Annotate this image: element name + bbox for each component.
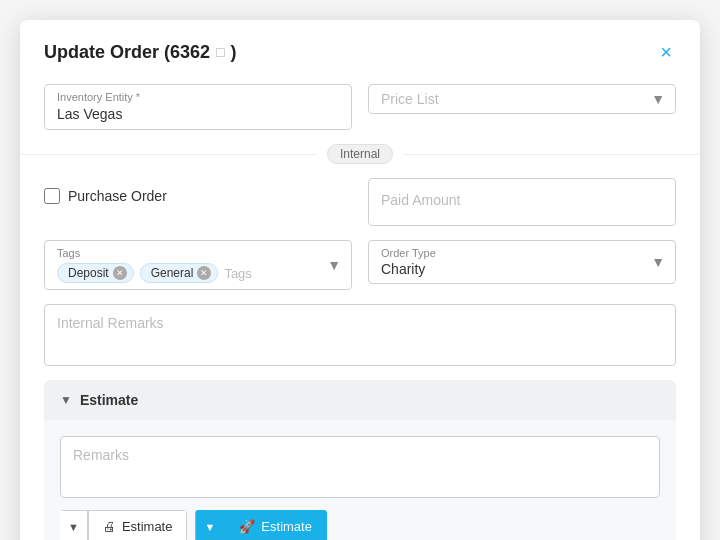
order-type-select[interactable]: Order Type Charity ▼ [368, 240, 676, 284]
tag-general-label: General [151, 266, 194, 280]
tag-deposit-remove[interactable]: ✕ [113, 266, 127, 280]
tags-label: Tags [57, 247, 315, 259]
remarks-wrapper[interactable] [60, 436, 660, 498]
estimate-blue-dropdown[interactable]: ▼ [195, 510, 224, 540]
paid-amount-field[interactable]: Paid Amount [368, 178, 676, 226]
inventory-entity-input[interactable] [57, 106, 339, 122]
purchase-order-checkbox[interactable] [44, 188, 60, 204]
estimate-header[interactable]: ▼ Estimate [44, 380, 676, 420]
purchase-order-label: Purchase Order [68, 188, 167, 204]
order-type-label: Order Type [381, 247, 639, 259]
col-paid-amount: Paid Amount [368, 178, 676, 226]
tags-field[interactable]: Tags Deposit ✕ General ✕ Tags ▼ [44, 240, 352, 290]
print-icon: 🖨 [103, 519, 116, 534]
estimate-chevron-icon: ▼ [60, 393, 72, 407]
col-pricelist: Price List ▼ [368, 84, 676, 130]
row-tags-ordertype: Tags Deposit ✕ General ✕ Tags ▼ Order Ty [44, 240, 676, 290]
tag-chip-general: General ✕ [140, 263, 219, 283]
col-order-type: Order Type Charity ▼ [368, 240, 676, 290]
title-suffix: ) [231, 42, 237, 63]
paid-amount-placeholder: Paid Amount [381, 192, 460, 208]
tags-inner: Deposit ✕ General ✕ Tags [57, 263, 315, 283]
internal-remarks-wrapper[interactable] [44, 304, 676, 366]
rocket-icon: 🚀 [239, 519, 255, 534]
estimate-blue-group: ▼ 🚀 Estimate [195, 510, 326, 540]
estimate-section: ▼ Estimate ▼ 🖨 Estimate ▼ [44, 380, 676, 540]
col-inventory: Inventory Entity * [44, 84, 352, 130]
estimate-white-group: ▼ 🖨 Estimate [60, 510, 187, 540]
tags-chevron-icon: ▼ [327, 257, 341, 273]
price-list-placeholder: Price List [381, 91, 639, 107]
estimate-blue-label: Estimate [261, 519, 312, 534]
estimate-blue-button[interactable]: 🚀 Estimate [224, 510, 327, 540]
inventory-entity-label: Inventory Entity * [57, 91, 339, 103]
purchase-order-row: Purchase Order [44, 178, 352, 214]
col-tags: Tags Deposit ✕ General ✕ Tags ▼ [44, 240, 352, 290]
tag-deposit-label: Deposit [68, 266, 109, 280]
row-po-paid: Purchase Order Paid Amount [44, 178, 676, 226]
estimate-white-button[interactable]: 🖨 Estimate [88, 510, 188, 540]
update-order-modal: Update Order (6362 □ ) × Inventory Entit… [20, 20, 700, 540]
close-button[interactable]: × [656, 40, 676, 64]
remarks-input[interactable] [73, 447, 647, 483]
price-list-chevron-icon: ▼ [651, 91, 665, 107]
copy-icon[interactable]: □ [216, 44, 224, 60]
estimate-buttons: ▼ 🖨 Estimate ▼ 🚀 Estimate [60, 510, 660, 540]
tag-chip-deposit: Deposit ✕ [57, 263, 134, 283]
order-type-value: Charity [381, 261, 639, 277]
order-type-chevron-icon: ▼ [651, 254, 665, 270]
estimate-title: Estimate [80, 392, 138, 408]
internal-divider: Internal [20, 144, 700, 164]
modal-title: Update Order (6362 □ ) [44, 42, 237, 63]
internal-remarks-input[interactable] [57, 315, 663, 351]
inventory-entity-field[interactable]: Inventory Entity * [44, 84, 352, 130]
estimate-body: ▼ 🖨 Estimate ▼ 🚀 Estimate [44, 420, 676, 540]
tags-placeholder: Tags [224, 266, 251, 281]
tag-general-remove[interactable]: ✕ [197, 266, 211, 280]
internal-badge: Internal [327, 144, 393, 164]
title-text: Update Order (6362 [44, 42, 210, 63]
row-inventory-pricelist: Inventory Entity * Price List ▼ [44, 84, 676, 130]
price-list-select[interactable]: Price List ▼ [368, 84, 676, 114]
col-purchase-order: Purchase Order [44, 178, 352, 226]
estimate-white-dropdown[interactable]: ▼ [60, 510, 88, 540]
estimate-white-label: Estimate [122, 519, 173, 534]
modal-header: Update Order (6362 □ ) × [44, 40, 676, 64]
